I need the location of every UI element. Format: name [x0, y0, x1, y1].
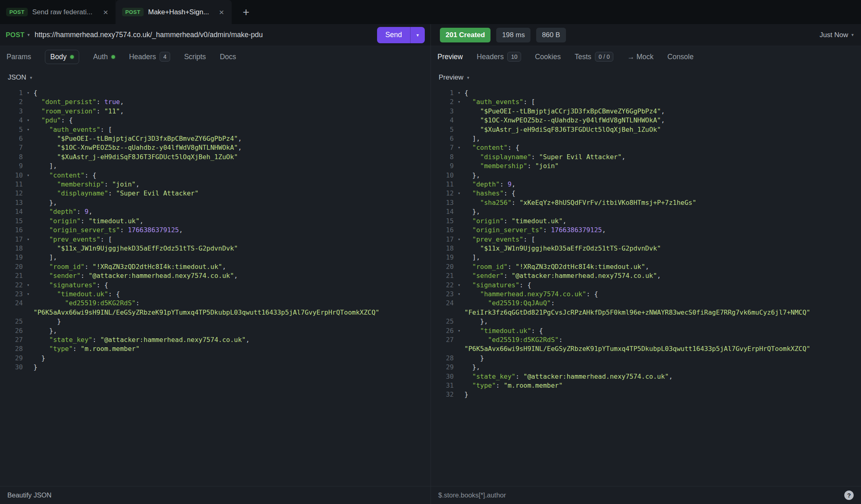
fold-gutter [454, 244, 464, 253]
response-tabs: PreviewHeaders10CookiesTests0 / 0→ MockC… [431, 46, 861, 67]
content-indicator-dot [70, 55, 74, 59]
response-tab-headers[interactable]: Headers10 [477, 52, 521, 62]
code-line: 12 "displayname": "Super Evil Attacker" [0, 189, 430, 198]
fold-toggle-icon[interactable]: ▾ [454, 290, 464, 299]
token-str: "$XuAstr_j-eH9diSqF8J6T3FGDUct5lOqXjBeh_… [480, 126, 661, 133]
line-number: 19 [431, 253, 454, 262]
history-select[interactable]: Just Now ▾ [820, 31, 854, 39]
token-punc: : [504, 189, 508, 197]
help-icon[interactable]: ? [844, 491, 854, 500]
body-type-select[interactable]: JSON ▾ [8, 73, 32, 82]
duration-badge: 198 ms [496, 28, 530, 42]
tab-label: Console [668, 53, 694, 61]
close-tab-icon[interactable]: × [218, 7, 225, 17]
url-input[interactable]: https://hammerhead.nexy7574.co.uk/_hamme… [35, 31, 372, 39]
line-number: 17 [0, 235, 23, 244]
tab-label: Headers [129, 53, 156, 61]
response-tab-cookies[interactable]: Cookies [535, 53, 561, 61]
close-tab-icon[interactable]: × [102, 7, 109, 17]
fold-toggle-icon[interactable]: ▾ [23, 235, 33, 244]
token-punc: : [108, 189, 112, 197]
fold-toggle-icon[interactable]: ▾ [23, 89, 33, 98]
code-text: "$1OC-XnwPEOZ5bz--qUahdbz-y04lfWdV8gNTLN… [464, 116, 861, 125]
size-badge: 860 B [536, 28, 566, 42]
token-key: "state_key" [472, 373, 515, 380]
code-line: 21 "sender": "@attacker:hammerhead.nexy7… [0, 271, 430, 280]
fold-toggle-icon[interactable]: ▾ [454, 98, 464, 107]
send-button[interactable]: Send ▾ [377, 27, 425, 43]
response-tab-mock[interactable]: → Mock [627, 53, 653, 61]
line-number: 1 [0, 89, 23, 98]
token-punc: : [524, 235, 528, 243]
fold-toggle-icon[interactable]: ▾ [23, 171, 33, 180]
line-number: 5 [0, 125, 23, 134]
request-tab[interactable]: POSTSend raw federati...× [0, 0, 116, 24]
request-tab-auth[interactable]: Auth [93, 53, 115, 61]
fold-toggle-icon[interactable]: ▾ [23, 116, 33, 125]
response-tab-tests[interactable]: Tests0 / 0 [575, 52, 613, 62]
line-number: 7 [0, 143, 23, 152]
response-tab-preview[interactable]: Preview [437, 53, 463, 61]
code-text: "auth_events": [ [464, 98, 861, 107]
line-number: 24 [431, 299, 454, 308]
beautify-json-button[interactable]: Beautify JSON [7, 491, 51, 499]
request-tab-body[interactable]: Body [45, 50, 79, 64]
fold-toggle-icon[interactable]: ▾ [23, 290, 33, 299]
fold-toggle-icon[interactable]: ▾ [23, 281, 33, 290]
token-key: "signatures" [49, 281, 97, 289]
code-text: "$XuAstr_j-eH9diSqF8J6T3FGDUct5lOqXjBeh_… [33, 153, 430, 162]
code-text: "type": "m.room.member" [464, 381, 861, 390]
code-text: "content": { [33, 171, 430, 180]
request-tab-params[interactable]: Params [7, 53, 31, 61]
fold-gutter [23, 344, 33, 353]
token-punc [124, 226, 128, 234]
token-str: "join" [112, 180, 136, 188]
fold-toggle-icon[interactable]: ▾ [454, 326, 464, 335]
response-editor-header: Preview ▾ [431, 67, 861, 88]
jsonpath-filter-input[interactable]: $.store.books[*].author [438, 491, 506, 499]
token-punc: { [512, 144, 519, 151]
code-text: ], [33, 253, 430, 262]
response-pane: 201 Created 198 ms 860 B Just Now ▾ Prev… [430, 24, 861, 504]
preview-mode-select[interactable]: Preview ▾ [439, 73, 469, 82]
response-tab-console[interactable]: Console [668, 53, 694, 61]
token-str: "$PueOEI--tLBmjptjaCCrj3D3fxBpCBmveZY6Gg… [480, 107, 661, 115]
token-punc: { [508, 189, 515, 197]
new-tab-button[interactable]: + [237, 4, 255, 21]
line-number: 16 [0, 226, 23, 235]
code-text: ], [33, 162, 430, 171]
fold-toggle-icon[interactable]: ▾ [454, 143, 464, 152]
token-punc: , [669, 373, 673, 380]
code-line: 7▾ "content": { [431, 143, 861, 152]
fold-toggle-icon[interactable]: ▾ [454, 89, 464, 98]
request-tab[interactable]: POSTMake+Hash+Sign...× [116, 0, 232, 24]
token-punc: ], [464, 253, 480, 261]
fold-gutter [454, 363, 464, 372]
fold-toggle-icon[interactable]: ▾ [454, 281, 464, 290]
request-body-editor[interactable]: 1▾{2 "dont_persist": true,3 "room_versio… [0, 88, 430, 486]
fold-toggle-icon[interactable]: ▾ [454, 189, 464, 198]
main-split: POST ▾ https://hammerhead.nexy7574.co.uk… [0, 24, 861, 504]
code-line: 1▾{ [0, 89, 430, 98]
response-body-viewer[interactable]: 1▾{2▾ "auth_events": [3 "$PueOEI--tLBmjp… [431, 88, 861, 486]
line-number: 19 [0, 253, 23, 262]
request-tab-docs[interactable]: Docs [220, 53, 236, 61]
request-tab-scripts[interactable]: Scripts [184, 53, 206, 61]
fold-toggle-icon[interactable]: ▾ [23, 125, 33, 134]
code-text: "P6K5aAvx66wi9sH9INL/EeGSyZRbzeK91pYTumx… [464, 344, 861, 353]
token-punc [33, 235, 49, 243]
method-select[interactable]: POST ▾ [6, 31, 30, 39]
token-punc [464, 235, 472, 243]
fold-gutter [23, 217, 33, 226]
fold-gutter [454, 262, 464, 271]
fold-gutter [454, 153, 464, 162]
token-num: 9 [84, 208, 89, 215]
line-number: 18 [431, 244, 454, 253]
line-number: 3 [431, 107, 454, 116]
code-text: "auth_events": [ [33, 125, 430, 134]
fold-toggle-icon[interactable]: ▾ [454, 235, 464, 244]
request-tab-headers[interactable]: Headers4 [129, 52, 170, 62]
send-options-icon[interactable]: ▾ [410, 27, 425, 43]
code-text: "FeiIrk3fz6qGGtDd821PgCvsJcRPzAHkfDp5F0k… [464, 308, 861, 317]
token-punc: : [77, 208, 81, 215]
